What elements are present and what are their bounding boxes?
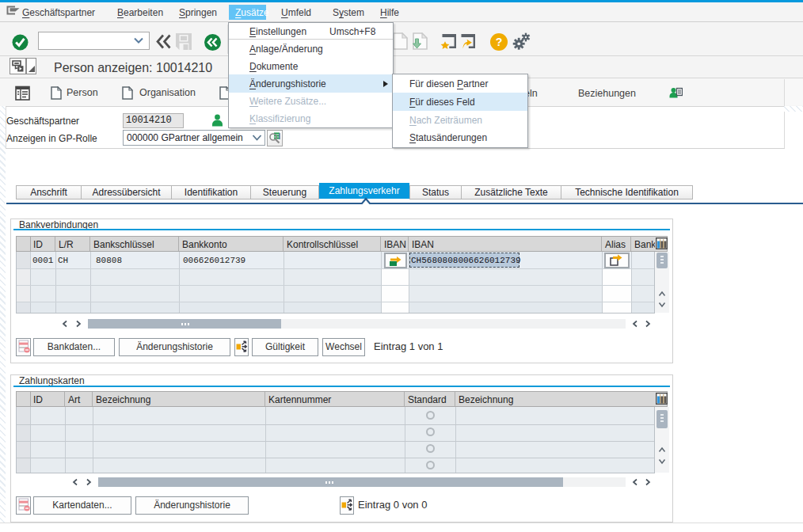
svg-text:?: ? [496,36,503,48]
